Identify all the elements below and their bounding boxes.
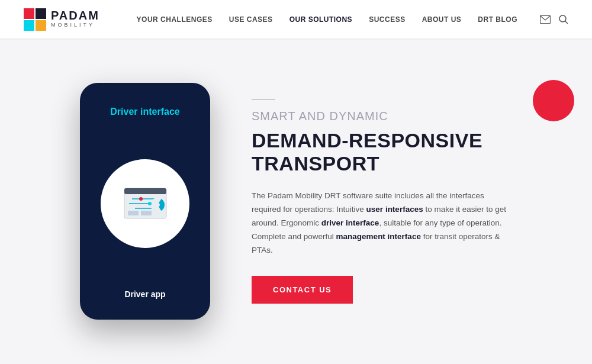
bold-driver-interface: driver interface — [321, 218, 379, 227]
svg-point-17 — [148, 202, 152, 205]
hero-description: The Padam Mobility DRT software suite in… — [252, 189, 512, 257]
phone-mockup: Driver interface — [80, 83, 210, 320]
svg-rect-12 — [128, 211, 139, 215]
svg-rect-3 — [36, 20, 46, 31]
phone-interface-label: Driver interface — [110, 107, 179, 117]
phone-app-label: Driver app — [124, 289, 165, 299]
svg-rect-13 — [141, 211, 152, 215]
nav-our-solutions[interactable]: OUR SOLUTIONS — [289, 15, 353, 24]
logo[interactable]: PADAM MOBILITY — [24, 8, 99, 31]
bold-user-interfaces: user interfaces — [366, 205, 423, 214]
svg-rect-8 — [124, 188, 166, 194]
section-divider — [252, 99, 275, 100]
svg-rect-2 — [24, 20, 34, 31]
nav-your-challenges[interactable]: YOUR CHALLENGES — [137, 15, 213, 24]
main-nav: YOUR CHALLENGES USE CASES OUR SOLUTIONS … — [137, 15, 568, 24]
nav-drt-blog[interactable]: DRT BLOG — [478, 15, 517, 24]
app-screen-icon — [123, 187, 168, 220]
main-content: Driver interface — [0, 38, 592, 364]
search-icon-button[interactable] — [559, 15, 568, 24]
decorative-red-circle — [533, 80, 574, 121]
bold-management-interface: management interface — [336, 232, 421, 241]
svg-point-5 — [559, 15, 566, 22]
nav-success[interactable]: SUCCESS — [369, 15, 406, 24]
hero-title: DEMAND-RESPONSIVE TRANSPORT — [252, 129, 512, 175]
hero-subtitle: SMART AND DYNAMIC — [252, 109, 512, 123]
logo-icon — [24, 8, 46, 31]
contact-us-button[interactable]: CONTACT US — [252, 276, 353, 304]
nav-about-us[interactable]: ABOUT US — [422, 15, 462, 24]
nav-icons — [540, 15, 568, 24]
phone-screen-circle — [101, 159, 189, 248]
nav-use-cases[interactable]: USE CASES — [229, 15, 273, 24]
hero-content: SMART AND DYNAMIC DEMAND-RESPONSIVE TRAN… — [252, 99, 512, 304]
site-header: PADAM MOBILITY YOUR CHALLENGES USE CASES… — [0, 0, 592, 38]
svg-rect-1 — [36, 8, 46, 19]
email-icon-button[interactable] — [540, 15, 551, 24]
svg-line-6 — [565, 21, 568, 24]
svg-point-16 — [139, 197, 143, 201]
logo-text: PADAM MOBILITY — [51, 9, 99, 29]
svg-rect-0 — [24, 8, 34, 19]
